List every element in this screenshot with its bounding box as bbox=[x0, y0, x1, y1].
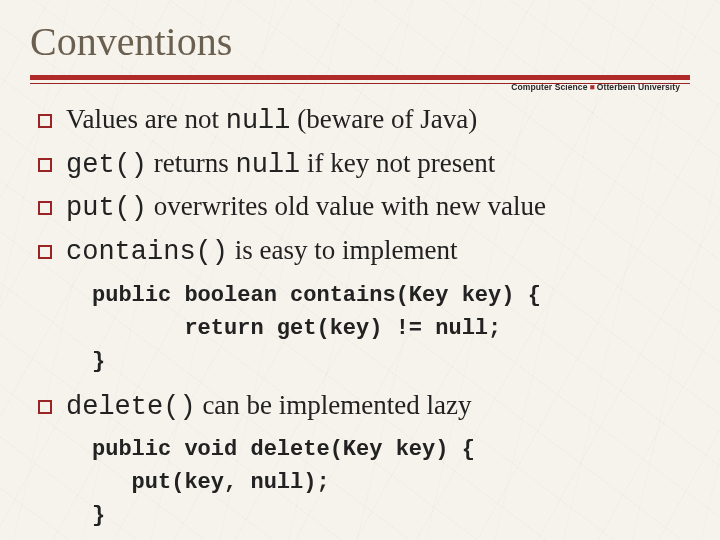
slide-title: Conventions bbox=[30, 18, 690, 65]
affiliation: Computer Science■Otterbein University bbox=[511, 82, 680, 92]
text-run: is easy to implement bbox=[228, 235, 457, 265]
affil-left: Computer Science bbox=[511, 82, 587, 92]
list-item: delete() can be implemented lazy bbox=[38, 388, 690, 426]
text-run: can be implemented lazy bbox=[196, 390, 472, 420]
square-bullet-icon bbox=[38, 400, 52, 414]
text-run: Values are not bbox=[66, 104, 226, 134]
square-bullet-icon bbox=[38, 158, 52, 172]
content-area: Values are not null (beware of Java) get… bbox=[30, 102, 690, 532]
code-run: put() bbox=[66, 193, 147, 223]
code-run: null bbox=[226, 106, 291, 136]
bullet-text: Values are not null (beware of Java) bbox=[66, 102, 690, 140]
code-line: } bbox=[92, 503, 105, 528]
code-block: public boolean contains(Key key) { retur… bbox=[92, 279, 690, 378]
list-item: contains() is easy to implement bbox=[38, 233, 690, 271]
list-item: Values are not null (beware of Java) bbox=[38, 102, 690, 140]
square-bullet-icon bbox=[38, 114, 52, 128]
bullet-text: put() overwrites old value with new valu… bbox=[66, 189, 690, 227]
slide: Conventions Computer Science■Otterbein U… bbox=[0, 0, 720, 540]
text-run: if key not present bbox=[300, 148, 495, 178]
code-run: contains() bbox=[66, 237, 228, 267]
code-run: delete() bbox=[66, 392, 196, 422]
list-item: get() returns null if key not present bbox=[38, 146, 690, 184]
code-line: put(key, null); bbox=[92, 470, 330, 495]
bullet-dot-icon: ■ bbox=[590, 82, 595, 92]
square-bullet-icon bbox=[38, 245, 52, 259]
text-run: (beware of Java) bbox=[291, 104, 478, 134]
list-item: put() overwrites old value with new valu… bbox=[38, 189, 690, 227]
code-line: return get(key) != null; bbox=[92, 316, 501, 341]
text-run: returns bbox=[147, 148, 235, 178]
code-run: null bbox=[236, 150, 301, 180]
code-block: public void delete(Key key) { put(key, n… bbox=[92, 433, 690, 532]
bullet-text: delete() can be implemented lazy bbox=[66, 388, 690, 426]
text-run: overwrites old value with new value bbox=[147, 191, 546, 221]
code-line: public boolean contains(Key key) { bbox=[92, 283, 541, 308]
code-line: public void delete(Key key) { bbox=[92, 437, 475, 462]
bullet-text: contains() is easy to implement bbox=[66, 233, 690, 271]
bullet-text: get() returns null if key not present bbox=[66, 146, 690, 184]
rule-thick bbox=[30, 75, 690, 80]
square-bullet-icon bbox=[38, 201, 52, 215]
code-run: get() bbox=[66, 150, 147, 180]
code-line: } bbox=[92, 349, 105, 374]
affil-right: Otterbein University bbox=[597, 82, 680, 92]
